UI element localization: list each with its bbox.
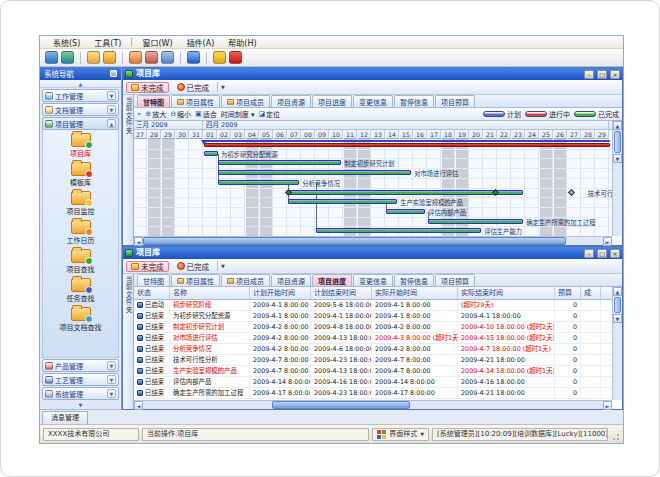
tab-项目进度[interactable]: 项目进度 [312,95,352,107]
tab-项目资源[interactable]: 项目资源 [271,274,311,286]
tab-暂停信息[interactable]: 暂停信息 [394,274,434,286]
tab-暂停信息[interactable]: 暂停信息 [394,95,434,107]
column-header-预算[interactable]: 预算 [555,287,581,299]
tab-项目属性[interactable]: 项目属性 [171,95,220,107]
sidebar-section-系统管理[interactable]: 系统管理▼ [42,387,119,400]
horizontal-scrollbar[interactable]: ◄► [134,236,612,245]
mail-icon[interactable] [129,51,142,64]
scroll-right-icon[interactable]: ► [603,401,612,410]
tab-项目预算[interactable]: 项目预算 [435,95,475,107]
filter-button-已完成[interactable]: 已完成 [172,261,215,272]
scroll-track[interactable] [143,237,603,246]
menu-item-2[interactable]: 窗口(W) [135,37,179,48]
scroll-left-icon[interactable]: ◄ [134,401,143,410]
sidebar-section-文档管理[interactable]: 文档管理▼ [42,103,119,116]
summary-progress-bar[interactable] [204,143,610,147]
scroll-thumb[interactable] [614,297,621,313]
table-row[interactable]: 已结束评估内部产品2009-4-14 8:00:002009-4-16 18:0… [134,377,612,388]
tab-甘特图[interactable]: 甘特图 [137,274,170,286]
zoom-out-button[interactable]: ⊖缩小 [170,109,191,119]
minimize-button[interactable]: – [584,70,594,79]
filter-button-未完成[interactable]: 未完成 [126,82,169,93]
table-row[interactable]: 已结束对市场进行评估2009-4-2 8:00:002009-4-13 18:0… [134,333,612,344]
sidebar-overflow-button[interactable]: ▼ [40,400,121,409]
section-toggle-icon[interactable]: ▲ [107,119,116,128]
task-bar[interactable] [288,190,523,195]
sidebar-section-工艺管理[interactable]: 工艺管理▼ [42,373,119,386]
scroll-down-icon[interactable]: ▼ [613,154,622,163]
exit-icon[interactable] [229,51,242,64]
web-icon[interactable] [61,51,74,64]
tab-项目预算[interactable]: 项目预算 [435,274,475,286]
folder-open-icon[interactable] [103,51,116,64]
connect-icon[interactable] [45,51,58,64]
section-toggle-icon[interactable]: ▼ [107,389,116,398]
section-toggle-icon[interactable]: ▼ [107,361,116,370]
scroll-down-icon[interactable]: ▼ [613,314,622,323]
tab-甘特图[interactable]: 甘特图 [137,95,170,107]
pin-icon[interactable] [110,70,117,77]
sidebar-item-项目文档查找[interactable]: 项目文档查找 [60,307,102,332]
section-toggle-icon[interactable]: ▼ [107,105,116,114]
ui-style-selector[interactable]: 界面样式 ▼ [372,428,429,441]
filter-button-已完成[interactable]: 已完成 [172,82,215,93]
sidebar-section-产品管理[interactable]: 产品管理▼ [42,359,119,372]
filter-dropdown-icon[interactable]: ▼ [221,84,225,90]
more-button[interactable]: » [137,110,141,118]
column-header-成[interactable]: 成 [581,287,601,299]
timescale-button[interactable]: 时间刻度 ▾ [221,109,255,119]
sidebar-collapse-button[interactable]: ▲ [40,80,121,88]
filter-button-未完成[interactable]: 未完成 [126,261,169,272]
task-bar[interactable] [218,160,341,165]
tab-变更信息[interactable]: 变更信息 [353,95,393,107]
table-row[interactable]: 已结束生产实验室规模的产品2009-4-7 8:00:002009-4-13 1… [134,366,612,377]
scroll-up-icon[interactable]: ▲ [613,287,622,296]
locate-button[interactable]: ◪定位 [258,109,280,119]
column-header-计划结束时间[interactable]: 计划结束时间 [311,287,372,299]
task-bar[interactable] [218,180,299,185]
sidebar-item-任务查找[interactable]: 任务查找 [67,278,95,303]
scroll-thumb[interactable] [143,237,566,245]
section-toggle-icon[interactable]: ▼ [107,375,116,384]
scroll-thumb[interactable] [272,401,410,409]
folder-icon[interactable] [87,51,100,64]
task-bar[interactable] [428,219,523,224]
sidebar-item-项目监控[interactable]: 项目监控 [67,191,95,216]
current-folder-strip[interactable]: 当前文件夹 [123,95,134,245]
resize-grip[interactable] [611,428,620,441]
tab-项目成员[interactable]: 项目成员 [221,95,270,107]
scroll-right-icon[interactable]: ► [603,237,612,246]
tab-项目资源[interactable]: 项目资源 [271,95,311,107]
vertical-scrollbar[interactable]: ▲▼ [612,121,622,236]
task-bar[interactable] [204,151,218,156]
close-button[interactable]: × [610,70,620,79]
tab-项目成员[interactable]: 项目成员 [221,274,270,286]
help-icon[interactable] [187,51,200,64]
column-header-实际开始时间[interactable]: 实际开始时间 [372,287,458,299]
column-header-实际结束时间[interactable]: 实际结束时间 [458,287,555,299]
task-bar[interactable] [288,199,397,204]
scroll-up-icon[interactable]: ▲ [613,121,622,130]
table-row[interactable]: 已结束确定生产所需的加工过程2009-4-17 8:00:002009-4-23… [134,388,612,399]
sidebar-section-工作管理[interactable]: 工作管理▼ [42,89,119,102]
scroll-track[interactable] [143,401,603,410]
current-folder-strip[interactable]: 当前文件夹 [123,274,134,409]
zoom-in-button[interactable]: ⊕放大 [145,109,166,119]
sidebar-item-模板库[interactable]: 模板库 [70,162,91,187]
maximize-button[interactable]: □ [597,249,607,258]
maximize-button[interactable]: □ [597,70,607,79]
tab-项目属性[interactable]: 项目属性 [171,274,220,286]
close-button[interactable]: × [610,249,620,258]
menu-item-3[interactable]: 插件(A) [180,37,222,48]
menu-item-1[interactable]: 工具(T) [87,37,128,48]
sidebar-item-项目库[interactable]: 项目库 [70,133,91,158]
task-bar[interactable] [218,170,411,175]
table-row[interactable]: 已结束分析竞争情况2009-4-2 8:00:002009-4-6 18:00:… [134,344,612,355]
fit-button[interactable]: ▣适合 [195,109,217,119]
tab-项目进度[interactable]: 项目进度 [312,274,352,286]
column-header-计划开始时间[interactable]: 计划开始时间 [250,287,311,299]
report-icon[interactable] [145,51,158,64]
task-bar[interactable] [386,209,425,214]
table-row[interactable]: 已结束制定初步研究计划2009-4-2 8:00:002009-4-8 18:0… [134,322,612,333]
scroll-left-icon[interactable]: ◄ [134,237,143,246]
